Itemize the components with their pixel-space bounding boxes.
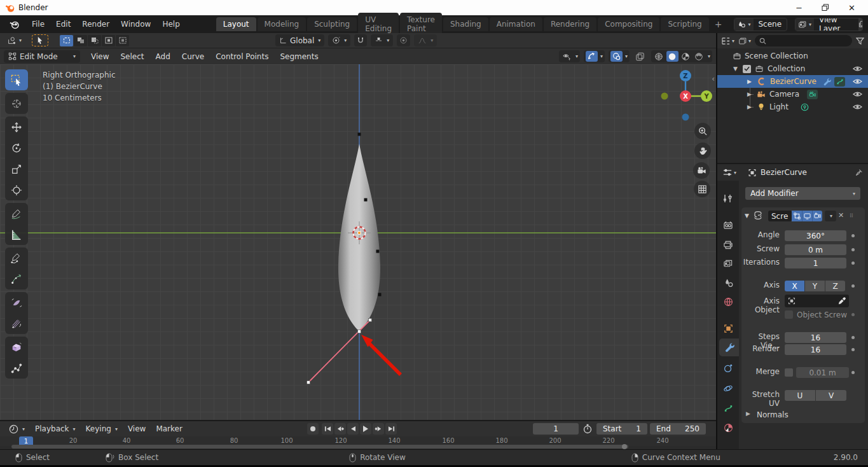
draw-curve-tool[interactable]	[5, 247, 28, 268]
gizmo-neg-z-axis[interactable]	[682, 114, 689, 121]
restore-button[interactable]	[822, 4, 829, 11]
menu-select[interactable]: Select	[114, 50, 149, 63]
object-screw-checkbox[interactable]	[785, 310, 793, 319]
outliner-editor-type-button[interactable]: ▾	[721, 37, 734, 45]
modifier-drag-handle[interactable]: ⠿	[850, 213, 854, 219]
object-screw-animate-dot[interactable]	[851, 313, 855, 316]
shading-wireframe-button[interactable]	[653, 51, 665, 62]
timeline-marker-menu[interactable]: Marker	[151, 422, 187, 435]
workspace-tab-uv-editing[interactable]: UV Editing	[358, 13, 399, 36]
xray-toggle[interactable]	[633, 52, 647, 61]
outliner-search-input[interactable]	[755, 35, 852, 46]
workspace-tab-layout[interactable]: Layout	[216, 17, 256, 31]
pin-icon[interactable]	[855, 169, 863, 177]
select-mode-extend[interactable]	[74, 35, 87, 46]
mode-dropdown[interactable]: Edit Mode▾	[4, 50, 80, 63]
steps-viewport-animate-dot[interactable]	[851, 336, 855, 339]
workspace-tab-modeling[interactable]: Modeling	[258, 17, 307, 31]
camera-data-icon[interactable]	[807, 90, 818, 99]
add-modifier-dropdown[interactable]: Add Modifier▾	[745, 187, 860, 200]
menu-file[interactable]: File	[26, 17, 50, 31]
workspace-tab-animation[interactable]: Animation	[490, 17, 542, 31]
extrude-tool[interactable]	[5, 337, 28, 358]
randomize-tool[interactable]	[5, 313, 28, 334]
workspace-tab-compositing[interactable]: Compositing	[598, 17, 659, 31]
transform-tool[interactable]	[5, 179, 28, 200]
properties-editor-type-button[interactable]: ▾	[722, 168, 736, 177]
snap-with-dropdown[interactable]: ▾	[371, 34, 393, 46]
screw-field[interactable]: 0 m	[785, 244, 846, 255]
view-layer-name[interactable]: View Layer	[814, 18, 858, 31]
overlays-dropdown[interactable]: ▾	[625, 53, 628, 59]
outliner-row-scene-collection[interactable]: Scene Collection	[717, 50, 868, 62]
editor-type-button[interactable]: ▾	[4, 35, 24, 46]
stretch-u-button[interactable]: U	[785, 390, 815, 401]
curve-data-icon[interactable]	[834, 77, 845, 87]
curve-pen-tool[interactable]	[5, 268, 28, 289]
perspective-toggle-button[interactable]	[694, 181, 710, 197]
workspace-tab-shading[interactable]: Shading	[443, 17, 488, 31]
select-box-tool[interactable]	[5, 69, 28, 90]
view-layer-copy-button[interactable]	[858, 18, 863, 31]
light-data-icon[interactable]	[801, 103, 809, 111]
camera-expand-arrow[interactable]: ▶	[747, 91, 752, 97]
axis-z-button[interactable]: Z	[825, 281, 845, 291]
show-object-types-dropdown[interactable]: ▾	[559, 50, 580, 62]
modifier-name-field[interactable]: Scre	[768, 211, 792, 221]
timeline-editor-type-button[interactable]: ▾	[4, 422, 30, 436]
gizmos-toggle[interactable]	[586, 51, 598, 62]
render-steps-animate-dot[interactable]	[851, 348, 855, 351]
light-expand-arrow[interactable]: ▶	[747, 104, 752, 110]
axis-animate-dot[interactable]	[851, 284, 855, 288]
shading-dropdown[interactable]: ▾	[708, 53, 710, 59]
jump-to-end-button[interactable]	[385, 423, 397, 435]
start-frame-field[interactable]: Start1	[596, 423, 647, 435]
current-frame-field[interactable]: 1	[533, 423, 579, 435]
menu-render[interactable]: Render	[76, 17, 115, 31]
modifier-realtime-toggle[interactable]	[802, 211, 812, 221]
select-mode-invert[interactable]	[102, 35, 115, 46]
viewport-canvas[interactable]: Right Orthographic (1) BezierCurve 10 Ce…	[0, 64, 716, 420]
measure-tool[interactable]	[5, 224, 28, 245]
timeline-scrollbar[interactable]	[11, 445, 628, 449]
outliner-row-beziercurve[interactable]: ▶ BezierCurve	[717, 75, 868, 88]
gizmo-neg-y-axis[interactable]	[661, 93, 668, 100]
snap-toggle[interactable]	[354, 34, 367, 46]
sidebar-collapse-arrow[interactable]: ‹	[712, 74, 715, 83]
render-steps-field[interactable]: 16	[785, 344, 846, 355]
steps-viewport-field[interactable]: 16	[785, 332, 846, 343]
menu-window[interactable]: Window	[115, 17, 156, 31]
view-layer-icon[interactable]: ▾	[796, 18, 814, 31]
modifier-wrench-icon[interactable]	[823, 78, 831, 86]
shading-solid-button[interactable]	[666, 51, 679, 62]
menu-help[interactable]: Help	[156, 17, 185, 31]
merge-animate-dot[interactable]	[851, 371, 855, 374]
workspace-tab-texture-paint[interactable]: Texture Paint	[400, 13, 442, 36]
active-tool-indicator[interactable]	[32, 34, 48, 46]
tilt-tool[interactable]	[5, 292, 28, 313]
timeline-view-menu[interactable]: View	[123, 422, 151, 435]
menu-control-points[interactable]: Control Points	[210, 50, 274, 63]
prev-frame-button[interactable]	[347, 423, 359, 435]
axis-y-button[interactable]: Y	[805, 281, 825, 291]
workspace-tab-rendering[interactable]: Rendering	[544, 17, 596, 31]
jump-to-start-button[interactable]	[322, 423, 333, 435]
scale-tool[interactable]	[5, 158, 28, 179]
menu-edit[interactable]: Edit	[50, 17, 76, 31]
normals-expand-arrow[interactable]: ▶	[746, 410, 750, 417]
modifier-editmode-toggle[interactable]	[792, 211, 802, 221]
normals-subpanel-header[interactable]: ▶ Normals	[717, 410, 868, 422]
camera-view-button[interactable]	[693, 162, 710, 179]
outliner-filter-icon[interactable]	[856, 37, 864, 45]
menu-add[interactable]: Add	[150, 50, 176, 63]
cursor-tool[interactable]	[5, 93, 28, 114]
blender-menu-icon[interactable]	[9, 20, 20, 29]
angle-animate-dot[interactable]	[851, 234, 855, 237]
select-mode-set[interactable]	[60, 35, 73, 46]
modifier-render-toggle[interactable]	[812, 211, 822, 221]
menu-curve[interactable]: Curve	[176, 50, 210, 63]
pan-button[interactable]	[694, 143, 711, 159]
minimize-button[interactable]: −	[796, 3, 803, 13]
stretch-v-button[interactable]: V	[816, 390, 846, 401]
outliner-row-camera[interactable]: ▶ Camera	[717, 88, 868, 101]
